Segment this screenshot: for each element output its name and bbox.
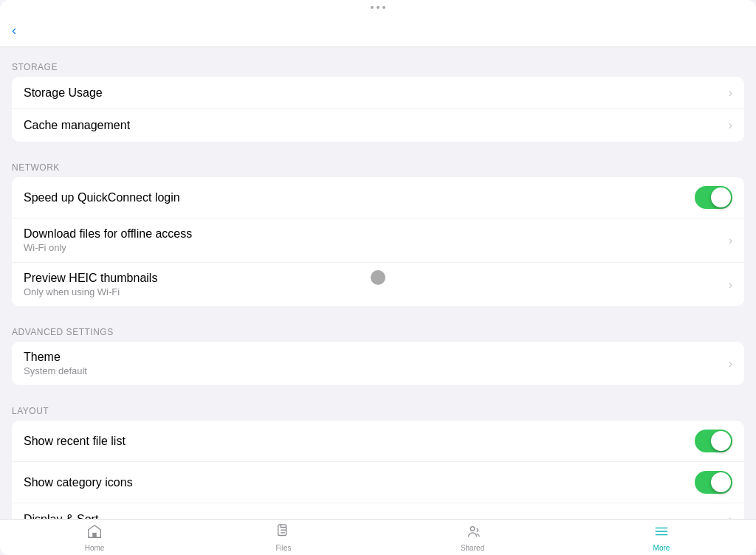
section-header-network: NETWORK: [0, 148, 756, 177]
row-right-display-sort: ›: [729, 513, 732, 519]
row-subtitle-theme: System default: [24, 365, 729, 376]
tab-label-files: Files: [275, 544, 291, 552]
svg-point-4: [470, 526, 475, 531]
row-right-show-recent-file-list: [695, 430, 732, 452]
row-title-display-sort: Display & Sort: [24, 513, 729, 519]
row-title-show-recent-file-list: Show recent file list: [24, 435, 695, 448]
row-title-quickconnect-login: Speed up QuickConnect login: [24, 191, 695, 204]
section-header-layout: LAYOUT: [0, 391, 756, 421]
shared-icon: [464, 523, 481, 542]
row-right-show-category-icons: [695, 471, 732, 494]
settings-group-layout: Show recent file listShow category icons…: [12, 421, 744, 519]
chevron-right-icon-storage-usage: ›: [729, 86, 732, 100]
row-left-cache-management: Cache management: [24, 119, 729, 132]
row-left-theme: ThemeSystem default: [24, 351, 729, 376]
row-title-show-category-icons: Show category icons: [24, 476, 695, 489]
settings-group-network: Speed up QuickConnect loginDownload file…: [12, 177, 744, 306]
row-right-download-offline: ›: [729, 234, 732, 247]
toggle-knob-show-recent-file-list: [711, 431, 731, 451]
settings-row-theme[interactable]: ThemeSystem default›: [12, 342, 744, 385]
row-right-theme: ›: [729, 357, 732, 370]
settings-row-download-offline[interactable]: Download files for offline accessWi-Fi o…: [12, 218, 744, 263]
section-header-advanced-settings: ADVANCED SETTINGS: [0, 312, 756, 342]
tab-label-more: More: [653, 544, 670, 552]
row-left-storage-usage: Storage Usage: [24, 86, 729, 100]
header: ‹: [0, 15, 756, 47]
chevron-right-icon-display-sort: ›: [729, 513, 732, 519]
files-icon: [275, 523, 292, 542]
tab-label-shared: Shared: [461, 544, 484, 552]
row-left-show-recent-file-list: Show recent file list: [24, 435, 695, 448]
more-icon: [653, 523, 670, 542]
loading-indicator: [371, 270, 385, 285]
row-title-storage-usage: Storage Usage: [24, 86, 729, 100]
row-left-show-category-icons: Show category icons: [24, 476, 695, 489]
row-title-download-offline: Download files for offline access: [24, 227, 729, 241]
toggle-show-category-icons[interactable]: [695, 471, 732, 494]
toggle-show-recent-file-list[interactable]: [695, 430, 732, 452]
settings-row-display-sort[interactable]: Display & Sort›: [12, 503, 744, 519]
row-title-cache-management: Cache management: [24, 119, 729, 132]
row-left-download-offline: Download files for offline accessWi-Fi o…: [24, 227, 729, 253]
back-button[interactable]: ‹: [12, 24, 19, 38]
settings-row-show-recent-file-list[interactable]: Show recent file list: [12, 421, 744, 462]
settings-group-storage: Storage Usage›Cache management›: [12, 77, 744, 142]
toggle-knob-quickconnect-login: [711, 187, 731, 207]
tab-label-home: Home: [85, 544, 105, 552]
section-header-storage: STORAGE: [0, 47, 756, 77]
row-right-storage-usage: ›: [729, 86, 732, 100]
row-right-cache-management: ›: [729, 119, 732, 132]
status-dots: [371, 6, 385, 9]
settings-row-show-category-icons[interactable]: Show category icons: [12, 462, 744, 503]
chevron-right-icon-preview-heic: ›: [729, 278, 732, 292]
tab-files[interactable]: Files: [189, 520, 378, 555]
row-left-quickconnect-login: Speed up QuickConnect login: [24, 191, 695, 204]
toggle-quickconnect-login[interactable]: [695, 186, 732, 209]
back-chevron-icon: ‹: [12, 23, 16, 38]
svg-rect-0: [92, 532, 97, 537]
chevron-right-icon-theme: ›: [729, 357, 732, 370]
settings-row-cache-management[interactable]: Cache management›: [12, 109, 744, 142]
row-right-quickconnect-login: [695, 186, 732, 209]
row-right-preview-heic: ›: [729, 278, 732, 292]
settings-row-quickconnect-login[interactable]: Speed up QuickConnect login: [12, 177, 744, 218]
status-bar: [0, 0, 756, 15]
tab-shared[interactable]: Shared: [378, 520, 567, 555]
row-title-theme: Theme: [24, 351, 729, 364]
settings-group-advanced-settings: ThemeSystem default›: [12, 342, 744, 385]
row-left-display-sort: Display & Sort: [24, 513, 729, 519]
tab-more[interactable]: More: [567, 520, 756, 555]
settings-content[interactable]: STORAGEStorage Usage›Cache management›NE…: [0, 47, 756, 519]
chevron-right-icon-download-offline: ›: [729, 234, 732, 247]
row-subtitle-preview-heic: Only when using Wi-Fi: [24, 286, 729, 297]
settings-row-storage-usage[interactable]: Storage Usage›: [12, 77, 744, 109]
tab-home[interactable]: Home: [0, 520, 189, 555]
home-icon: [86, 523, 103, 542]
toggle-knob-show-category-icons: [711, 472, 731, 492]
tab-bar: Home Files Shared More: [0, 519, 756, 555]
chevron-right-icon-cache-management: ›: [729, 119, 732, 132]
row-subtitle-download-offline: Wi-Fi only: [24, 242, 729, 253]
